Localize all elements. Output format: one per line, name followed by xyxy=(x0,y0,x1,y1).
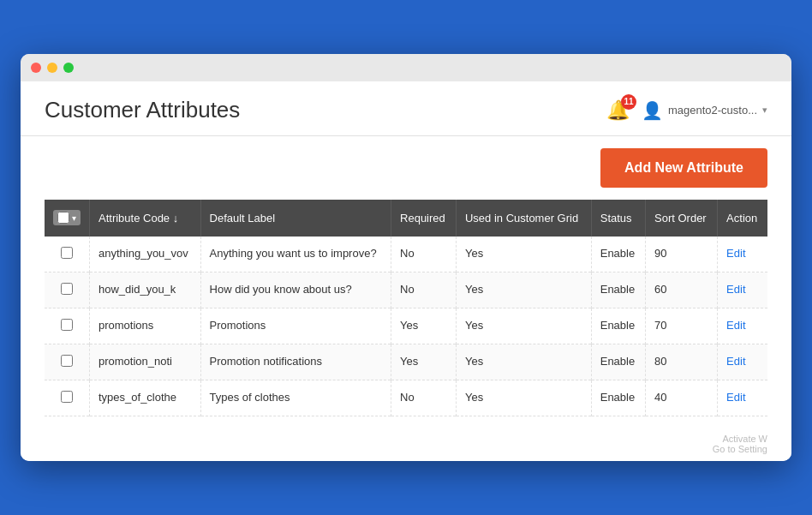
row-status: Enable xyxy=(591,272,645,308)
row-status: Enable xyxy=(591,380,645,416)
row-used-in-grid: Yes xyxy=(456,237,591,272)
row-checkbox-1[interactable] xyxy=(61,283,73,295)
add-new-attribute-button[interactable]: Add New Attribute xyxy=(600,148,767,188)
select-all-checkbox[interactable] xyxy=(57,212,69,224)
row-checkbox-cell xyxy=(45,272,90,308)
row-checkbox-3[interactable] xyxy=(61,355,73,367)
user-menu[interactable]: 👤 magento2-custo... ▾ xyxy=(642,100,767,121)
row-default-label: Promotion notifications xyxy=(200,344,391,380)
row-action: Edit xyxy=(718,272,767,308)
user-name: magento2-custo... xyxy=(668,104,757,117)
row-attribute-code: promotions xyxy=(90,308,201,344)
row-action: Edit xyxy=(718,308,767,344)
notification-bell[interactable]: 🔔 11 xyxy=(606,99,630,122)
row-used-in-grid: Yes xyxy=(456,380,591,416)
table-header-row: ▾ Attribute Code ↓ Default Label Require… xyxy=(45,200,767,237)
th-status[interactable]: Status xyxy=(591,200,645,237)
row-checkbox-cell xyxy=(45,380,90,416)
row-sort-order: 40 xyxy=(646,380,718,416)
row-attribute-code: how_did_you_k xyxy=(90,272,201,308)
row-used-in-grid: Yes xyxy=(456,308,591,344)
row-sort-order: 80 xyxy=(646,344,718,380)
table-row: promotions Promotions Yes Yes Enable 70 … xyxy=(45,308,767,344)
edit-link[interactable]: Edit xyxy=(726,355,745,368)
maximize-button[interactable] xyxy=(63,63,74,73)
notification-badge: 11 xyxy=(621,94,636,110)
titlebar xyxy=(21,54,791,81)
th-sort-order-text: Sort Order xyxy=(654,212,707,225)
main-content: Customer Attributes 🔔 11 👤 magento2-cust… xyxy=(21,81,791,461)
row-required: No xyxy=(391,272,457,308)
table-row: anything_you_vov Anything you want us to… xyxy=(45,237,767,272)
th-attribute-code-label: Attribute Code ↓ xyxy=(99,212,178,225)
th-required-text: Required xyxy=(400,212,445,225)
row-checkbox-2[interactable] xyxy=(61,319,73,331)
row-action: Edit xyxy=(718,237,767,272)
row-required: Yes xyxy=(391,344,457,380)
row-used-in-grid: Yes xyxy=(456,272,591,308)
row-default-label: Types of clothes xyxy=(200,380,391,416)
th-checkbox: ▾ xyxy=(45,200,90,237)
row-used-in-grid: Yes xyxy=(456,344,591,380)
row-checkbox-cell xyxy=(45,308,90,344)
row-default-label: Promotions xyxy=(200,308,391,344)
close-button[interactable] xyxy=(31,63,41,73)
minimize-button[interactable] xyxy=(47,63,57,73)
row-default-label: Anything you want us to improve? xyxy=(200,237,391,272)
row-attribute-code: promotion_noti xyxy=(90,344,201,380)
row-sort-order: 70 xyxy=(646,308,718,344)
attributes-table: ▾ Attribute Code ↓ Default Label Require… xyxy=(45,200,767,416)
table-row: how_did_you_k How did you know about us?… xyxy=(45,272,767,308)
row-attribute-code: anything_you_vov xyxy=(90,237,201,272)
row-attribute-code: types_of_clothe xyxy=(90,380,201,416)
select-all-wrapper[interactable]: ▾ xyxy=(53,210,81,225)
row-status: Enable xyxy=(591,308,645,344)
row-status: Enable xyxy=(591,237,645,272)
row-checkbox-cell xyxy=(45,237,90,272)
page-title: Customer Attributes xyxy=(45,97,240,123)
th-default-label[interactable]: Default Label xyxy=(200,200,391,237)
edit-link[interactable]: Edit xyxy=(726,319,745,332)
th-used-in-grid[interactable]: Used in Customer Grid xyxy=(456,200,591,237)
table-body: anything_you_vov Anything you want us to… xyxy=(45,237,767,416)
row-action: Edit xyxy=(718,380,767,416)
header-actions: 🔔 11 👤 magento2-custo... ▾ xyxy=(606,99,767,122)
table-row: promotion_noti Promotion notifications Y… xyxy=(45,344,767,380)
row-status: Enable xyxy=(591,344,645,380)
row-checkbox-0[interactable] xyxy=(61,247,73,259)
th-used-in-grid-text: Used in Customer Grid xyxy=(465,212,578,225)
chevron-down-icon: ▾ xyxy=(762,105,767,116)
row-required: No xyxy=(391,237,457,272)
row-required: Yes xyxy=(391,308,457,344)
row-sort-order: 60 xyxy=(646,272,718,308)
row-sort-order: 90 xyxy=(646,237,718,272)
app-window: Customer Attributes 🔔 11 👤 magento2-cust… xyxy=(21,54,791,461)
row-checkbox-cell xyxy=(45,344,90,380)
row-action: Edit xyxy=(718,344,767,380)
row-required: No xyxy=(391,380,457,416)
edit-link[interactable]: Edit xyxy=(726,247,745,260)
edit-link[interactable]: Edit xyxy=(726,391,745,404)
row-default-label: How did you know about us? xyxy=(200,272,391,308)
th-attribute-code[interactable]: Attribute Code ↓ xyxy=(90,200,201,237)
th-action-text: Action xyxy=(726,212,757,225)
select-dropdown-arrow[interactable]: ▾ xyxy=(72,213,76,223)
toolbar: Add New Attribute xyxy=(21,136,791,200)
th-status-text: Status xyxy=(600,212,632,225)
edit-link[interactable]: Edit xyxy=(726,283,745,296)
th-default-label-text: Default Label xyxy=(210,212,276,225)
th-action: Action xyxy=(718,200,767,237)
table-row: types_of_clothe Types of clothes No Yes … xyxy=(45,380,767,416)
th-required[interactable]: Required xyxy=(391,200,457,237)
attributes-table-wrapper: ▾ Attribute Code ↓ Default Label Require… xyxy=(21,200,791,434)
watermark: Activate WGo to Setting xyxy=(21,434,791,461)
th-sort-order[interactable]: Sort Order xyxy=(646,200,718,237)
page-header: Customer Attributes 🔔 11 👤 magento2-cust… xyxy=(21,81,791,136)
user-icon: 👤 xyxy=(642,100,663,121)
row-checkbox-4[interactable] xyxy=(61,391,73,403)
